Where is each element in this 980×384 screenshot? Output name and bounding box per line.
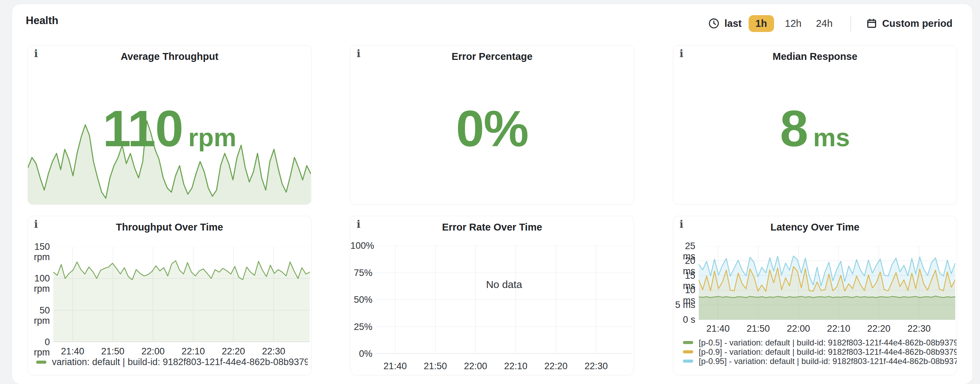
y-tick-label: 50 rpm [28, 305, 50, 315]
x-tick-label: 22:20 [535, 361, 577, 371]
stat-number: 110 [103, 100, 183, 157]
x-tick-label: 21:50 [738, 323, 779, 334]
y-tick-label: 100% [350, 241, 372, 251]
custom-period-button[interactable]: Custom period [866, 18, 953, 29]
x-tick-label: 22:10 [818, 323, 859, 334]
legend-label: variation: default | build-id: 9182f803-… [52, 357, 308, 368]
throughput-chart-plot[interactable] [53, 247, 310, 343]
y-axis-labels: 150 rpm100 rpm50 rpm0 rpm [28, 247, 53, 342]
y-tick-label: 25 ms [673, 241, 695, 251]
x-tick-label: 22:30 [576, 361, 617, 371]
panel-average-throughput: i Average Throughput 110rpm [27, 45, 312, 205]
legend-swatch [36, 361, 46, 364]
page-title: Health [26, 14, 59, 27]
panel-error-rate-over-time: i Error Rate Over Time 100%75%50%25%0% 2… [350, 216, 634, 375]
x-tick-label: 22:00 [132, 346, 173, 357]
calendar-icon [866, 18, 882, 29]
latency-chart-plot[interactable] [699, 246, 955, 321]
stat-number: 8 [780, 100, 807, 157]
y-tick-label: 150 rpm [28, 242, 50, 252]
panel-title: Error Rate Over Time [350, 221, 634, 233]
legend-label: [p-0.9] - variation: default | build-id:… [699, 347, 957, 357]
x-tick-label: 22:20 [213, 346, 254, 357]
legend-swatch [683, 341, 693, 344]
y-tick-label: 100 rpm [28, 273, 50, 284]
no-data-message: No data [376, 279, 632, 290]
x-tick-label: 21:40 [52, 346, 93, 357]
y-tick-label: 0% [350, 349, 372, 359]
x-tick-label: 21:40 [374, 361, 416, 371]
y-tick-label: 50% [350, 295, 372, 305]
panel-title: Median Response [673, 51, 957, 62]
stat-value: 8ms [673, 103, 957, 154]
legend: variation: default | build-id: 9182f803-… [36, 357, 308, 368]
panel-title: Throughput Over Time [28, 221, 311, 233]
y-tick-label: 0 s [673, 314, 695, 325]
stat-unit: rpm [188, 123, 236, 152]
clock-icon [708, 18, 720, 29]
x-tick-label: 21:50 [415, 361, 456, 371]
y-tick-label: 75% [350, 268, 372, 278]
x-axis-labels: 21:4021:5022:0022:1022:2022:30 [699, 323, 955, 334]
range-button-12h[interactable]: 12h [780, 15, 807, 32]
legend-row-p90: [p-0.9] - variation: default | build-id:… [683, 347, 957, 357]
y-axis-labels: 100%75%50%25%0% [350, 246, 376, 354]
panel-median-response: i Median Response 8ms [673, 45, 957, 205]
y-tick-label: 10 ms [673, 285, 695, 295]
range-button-24h[interactable]: 24h [811, 15, 837, 32]
legend-label: [p-0.5] - variation: default | build-id:… [699, 338, 957, 347]
y-tick-label: 15 ms [673, 271, 695, 281]
x-tick-label: 21:50 [92, 346, 134, 357]
stat-unit: ms [813, 123, 850, 152]
stat-value: 0% [350, 103, 634, 154]
x-tick-label: 22:30 [253, 346, 294, 357]
panel-error-percentage: i Error Percentage 0% [350, 45, 634, 205]
divider [850, 16, 851, 31]
y-tick-label: 25% [350, 322, 372, 332]
x-tick-label: 22:10 [173, 346, 214, 357]
y-tick-label: 5 ms [673, 300, 695, 310]
x-tick-label: 22:10 [495, 361, 536, 371]
legend-label: [p-0.95] - variation: default | build-id… [699, 357, 957, 366]
legend-swatch [683, 350, 693, 354]
x-tick-label: 22:30 [899, 323, 940, 334]
legend: [p-0.5] - variation: default | build-id:… [683, 338, 957, 366]
dashboard-container: Health last 1h 12h 24h Custom period i A… [12, 4, 972, 384]
panel-title: Error Percentage [350, 51, 634, 62]
last-label: last [724, 18, 742, 29]
panel-throughput-over-time: i Throughput Over Time 150 rpm100 rpm50 … [27, 216, 312, 375]
panel-title: Latency Over Time [673, 221, 957, 233]
range-button-1h[interactable]: 1h [749, 15, 774, 32]
x-tick-label: 21:40 [697, 323, 738, 334]
custom-period-label: Custom period [882, 18, 953, 29]
panel-latency-over-time: i Latency Over Time 25 ms20 ms15 ms10 ms… [673, 216, 957, 375]
y-axis-labels: 25 ms20 ms15 ms10 ms5 ms0 s [673, 246, 699, 320]
y-tick-label: 20 ms [673, 256, 695, 266]
x-tick-label: 22:20 [858, 323, 899, 334]
stat-number: 0% [456, 100, 528, 157]
x-axis-labels: 21:4021:5022:0022:1022:2022:30 [53, 346, 310, 357]
time-range-controls: last 1h 12h 24h Custom period [708, 14, 953, 33]
legend-row-p50: [p-0.5] - variation: default | build-id:… [683, 338, 957, 347]
x-axis-labels: 21:4021:5022:0022:1022:2022:30 [376, 361, 632, 371]
legend-swatch [683, 360, 693, 363]
x-tick-label: 22:00 [778, 323, 819, 334]
y-tick-label: 0 rpm [28, 337, 50, 347]
legend-row-p95: [p-0.95] - variation: default | build-id… [683, 357, 957, 366]
x-tick-label: 22:00 [455, 361, 496, 371]
error-rate-chart-plot[interactable] [376, 246, 632, 355]
panel-title: Average Throughput [28, 51, 311, 62]
stat-value: 110rpm [28, 103, 311, 154]
